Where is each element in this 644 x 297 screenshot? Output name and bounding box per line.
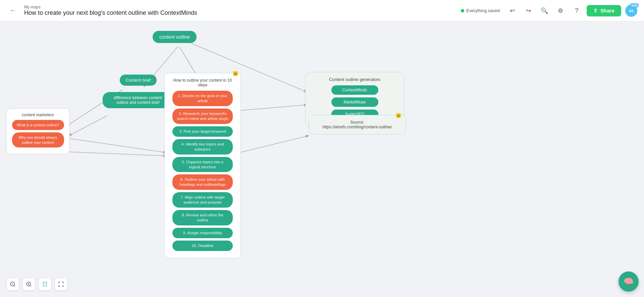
source-text: Source:https://ahrefs.com/blog/content-o… <box>323 120 392 129</box>
connection-lines <box>0 22 644 297</box>
map-view-button[interactable]: ☷ <box>39 278 51 290</box>
svg-line-9 <box>240 105 307 111</box>
avatar-badge: astd <box>630 3 639 7</box>
generators-title: Content outline generators <box>311 77 398 82</box>
outline-card-title: How to outline your content in 10 steps <box>168 78 237 87</box>
header: ← My maps How to create your next blog's… <box>0 0 644 22</box>
difference-label: difference between content outline and c… <box>114 95 162 105</box>
marketers-title: content marketers <box>10 113 65 117</box>
chat-button[interactable]: 🧠 <box>619 271 639 292</box>
step-1[interactable]: 1. Decide on the goal of your article <box>172 91 233 106</box>
fit-button[interactable] <box>55 278 67 290</box>
content-outline-label: content outline <box>159 34 190 40</box>
share-button[interactable]: ⇧ Share <box>587 5 621 16</box>
step-10[interactable]: 10. Deadline <box>172 241 233 251</box>
content-brief-node[interactable]: Content brief <box>120 75 157 86</box>
step-9[interactable]: 9. Assign responsibility <box>172 228 233 238</box>
marketmuse-btn[interactable]: MarketMuse <box>331 97 378 107</box>
zoom-in-button[interactable] <box>23 278 35 290</box>
marketers-item1[interactable]: What is a content outline? <box>12 120 64 130</box>
step-8[interactable]: 8. Review and refine the outline <box>172 210 233 225</box>
content-marketers-card: content marketers What is a content outl… <box>6 108 70 154</box>
redo-button[interactable]: ↪ <box>522 5 534 17</box>
status-area: Everything saved. <box>461 8 501 13</box>
search-button[interactable]: 🔍 <box>538 5 550 17</box>
settings-button[interactable]: ⚙ <box>554 5 567 17</box>
header-actions: ↩ ↪ 🔍 ⚙ ? ⇧ Share as astd <box>506 5 637 17</box>
svg-line-10 <box>240 136 309 153</box>
content-outline-node[interactable]: content outline <box>153 31 197 43</box>
difference-node[interactable]: difference between content outline and c… <box>103 92 173 108</box>
bottom-toolbar: ☷ <box>7 278 67 290</box>
content-brief-label: Content brief <box>126 78 151 83</box>
source-card: ⊞ Source:https://ahrefs.com/blog/content… <box>309 115 406 134</box>
svg-line-7 <box>69 138 166 153</box>
step-7[interactable]: 7. Align outline with target audience an… <box>172 192 233 208</box>
svg-line-15 <box>30 285 31 286</box>
step-2[interactable]: 2. Research your keyword's search intent… <box>172 109 233 124</box>
contextminds-btn[interactable]: ContextMinds <box>331 85 378 95</box>
svg-line-5 <box>69 116 107 136</box>
share-label: Share <box>600 8 614 13</box>
undo-button[interactable]: ↩ <box>506 5 518 17</box>
marketers-item2[interactable]: Why you should always outline your conte… <box>12 132 64 147</box>
avatar-initials: as <box>629 8 633 13</box>
source-badge: ⊞ <box>396 113 401 118</box>
step-4[interactable]: 4. Identify key topics and subtopics <box>172 139 233 155</box>
step-3[interactable]: 3. Pick your target keyword <box>172 126 233 137</box>
chat-icon: 🧠 <box>624 277 634 286</box>
zoom-out-button[interactable] <box>7 278 19 290</box>
card-badge: ⊞ <box>233 71 238 76</box>
svg-line-12 <box>14 285 15 286</box>
status-text: Everything saved. <box>466 8 501 13</box>
help-button[interactable]: ? <box>571 5 583 17</box>
svg-line-8 <box>69 152 166 156</box>
share-icon: ⇧ <box>593 8 598 14</box>
breadcrumb: My maps <box>24 5 455 9</box>
mind-map-canvas[interactable]: content outline Content brief difference… <box>0 22 644 297</box>
avatar[interactable]: as astd <box>625 5 637 17</box>
page-title: How to create your next blog's content o… <box>24 9 455 16</box>
outline-steps-card: ⊞ How to outline your content in 10 step… <box>164 73 241 258</box>
back-button[interactable]: ← <box>7 5 19 17</box>
header-left: My maps How to create your next blog's c… <box>24 5 455 16</box>
step-6[interactable]: 6. Outline your article with headings an… <box>172 174 233 190</box>
status-dot <box>461 9 464 12</box>
step-5[interactable]: 5. Organize topics into a logical struct… <box>172 157 233 172</box>
